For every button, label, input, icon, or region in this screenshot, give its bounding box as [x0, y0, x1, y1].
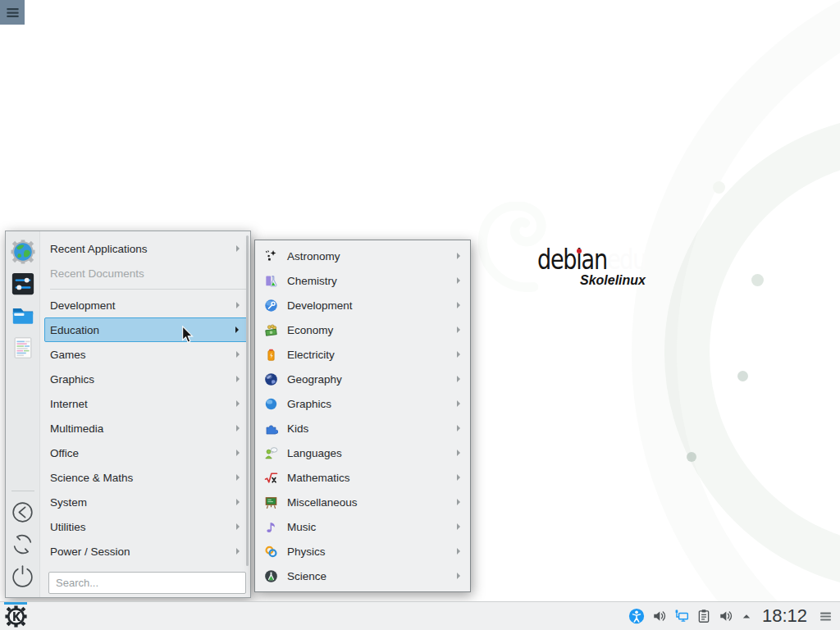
development-icon	[264, 299, 278, 313]
submenu-arrow-icon	[457, 277, 460, 284]
submenu-item-label: Astronomy	[287, 250, 457, 262]
menu-content: Recent Applications Recent Documents Dev…	[40, 231, 250, 597]
submenu-item[interactable]: Chemistry	[255, 268, 470, 293]
menu-item[interactable]: Utilities	[40, 514, 250, 539]
submenu-item[interactable]: Development	[255, 293, 470, 317]
volume-icon[interactable]	[652, 609, 667, 623]
caret-up-icon[interactable]	[741, 610, 752, 622]
menu-item[interactable]: Power / Session	[40, 539, 250, 564]
category-items-list: Development Education Games Graphics	[40, 293, 250, 564]
panel-options-icon[interactable]	[819, 609, 833, 623]
volume-icon[interactable]	[719, 609, 733, 623]
submenu-item-label: Physics	[287, 546, 457, 558]
recent-items-list: Recent Applications Recent Documents	[40, 236, 250, 285]
debian-edu-logo: debianedu Skolelinux	[478, 195, 659, 292]
go-back-icon[interactable]	[9, 499, 36, 526]
logo-text-edu: edu	[607, 244, 646, 276]
shutdown-icon[interactable]	[9, 563, 36, 590]
app-launcher-button[interactable]	[0, 602, 31, 630]
submenu-item[interactable]: Geography	[255, 367, 470, 391]
submenu-arrow-icon	[457, 523, 460, 530]
system-settings-icon[interactable]	[11, 272, 35, 296]
menu-item-label: System	[50, 496, 231, 509]
chemistry-icon	[264, 274, 278, 288]
submenu-item[interactable]: Economy	[255, 317, 470, 342]
session-actions-list	[9, 496, 36, 592]
submenu-item-label: Chemistry	[287, 275, 457, 287]
network-icon[interactable]	[674, 609, 689, 623]
science-icon	[264, 569, 278, 583]
submenu-item[interactable]: Mathematics	[255, 465, 470, 490]
submenu-item[interactable]: Music	[255, 514, 470, 539]
web-browser-icon[interactable]	[11, 240, 35, 264]
menu-item[interactable]: Development	[40, 293, 250, 317]
menu-item[interactable]: Recent Documents	[40, 261, 250, 285]
geography-icon	[264, 372, 278, 386]
submenu-item[interactable]: Science	[255, 564, 470, 588]
search-input[interactable]	[49, 577, 245, 589]
submenu-item[interactable]: Kids	[255, 416, 470, 441]
miscellaneous-icon	[264, 495, 278, 509]
submenu-arrow-icon	[457, 400, 460, 407]
corner-menu-button[interactable]	[0, 0, 25, 25]
submenu-arrow-icon	[236, 450, 240, 456]
favorites-list	[11, 240, 35, 368]
submenu-arrow-icon	[457, 548, 460, 555]
menu-item-label: Graphics	[50, 373, 231, 386]
submenu-item[interactable]: Electricity	[255, 342, 470, 367]
submenu-item[interactable]: Astronomy	[255, 244, 470, 268]
submenu-arrow-icon	[457, 474, 460, 481]
menu-item[interactable]: Recent Applications	[40, 236, 250, 261]
file-manager-icon[interactable]	[11, 304, 35, 328]
menu-item[interactable]: Internet	[40, 391, 250, 416]
submenu-item-label: Languages	[287, 447, 457, 459]
logo-subtitle: Skolelinux	[559, 273, 646, 288]
submenu-item[interactable]: Graphics	[255, 391, 470, 416]
menu-item-label: Development	[50, 299, 231, 312]
clipboard-icon[interactable]	[696, 609, 711, 623]
submenu-item[interactable]: Physics	[255, 539, 470, 564]
menu-item[interactable]: Science & Maths	[40, 465, 250, 490]
submenu-arrow-icon	[236, 425, 240, 431]
mathematics-icon	[264, 471, 278, 485]
clock[interactable]: 18:12	[762, 605, 807, 627]
text-editor-icon[interactable]	[11, 336, 35, 360]
wallpaper-dot	[713, 181, 725, 194]
logo-red-dot	[577, 249, 582, 253]
launcher-active-indicator	[4, 602, 27, 605]
submenu-item[interactable]: Languages	[255, 441, 470, 465]
menu-item[interactable]: Graphics	[40, 367, 250, 391]
menu-item[interactable]: Education	[44, 317, 249, 342]
menu-item-label: Power / Session	[50, 546, 231, 558]
menu-scrollbar[interactable]	[246, 235, 249, 566]
menu-item[interactable]: Office	[40, 441, 250, 465]
submenu-arrow-icon	[236, 351, 240, 358]
application-menu: Recent Applications Recent Documents Dev…	[5, 231, 251, 598]
menu-item-label: Education	[50, 324, 231, 336]
search-box	[48, 572, 246, 594]
submenu-arrow-icon	[235, 326, 239, 333]
accessibility-icon[interactable]	[628, 608, 645, 624]
submenu-arrow-icon	[457, 573, 460, 579]
astronomy-icon	[264, 249, 278, 263]
menu-item-label: Recent Applications	[50, 243, 231, 255]
submenu-item-label: Mathematics	[287, 472, 457, 484]
kids-icon	[264, 422, 278, 436]
menu-item-label: Utilities	[50, 521, 231, 533]
sidebar-separator	[11, 491, 34, 491]
menu-item[interactable]: Games	[40, 342, 250, 367]
menu-item-label: Science & Maths	[50, 472, 231, 484]
restart-icon[interactable]	[9, 531, 36, 558]
submenu-arrow-icon	[457, 351, 460, 358]
submenu-item-label: Science	[287, 570, 457, 582]
submenu-item-label: Electricity	[287, 349, 457, 361]
submenu-item[interactable]: Miscellaneous	[255, 490, 470, 514]
submenu-item-label: Miscellaneous	[287, 496, 457, 509]
submenu-arrow-icon	[236, 245, 240, 252]
submenu-item-label: Geography	[287, 373, 457, 386]
submenu-item-label: Graphics	[287, 398, 457, 410]
menu-item[interactable]: Multimedia	[40, 416, 250, 441]
menu-item-label: Internet	[50, 398, 231, 410]
graphics-sphere-icon	[264, 397, 278, 411]
menu-item[interactable]: System	[40, 490, 250, 514]
